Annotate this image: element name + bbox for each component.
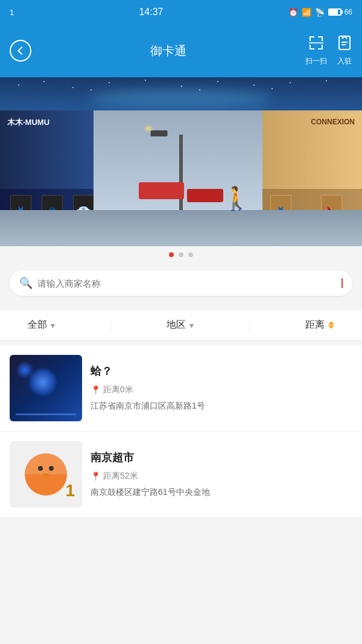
filter-distance-label: 距离 [305, 319, 325, 331]
merchant-distance-1: 📍 距离0米 [91, 384, 352, 395]
nav-actions: 扫一扫 入驻 [305, 35, 352, 66]
notification-number: 1 [10, 8, 14, 17]
scan-button[interactable]: 扫一扫 [305, 35, 327, 66]
search-icon: 🔍 [19, 276, 33, 290]
dot-3[interactable] [188, 252, 193, 257]
bench-2 [187, 189, 223, 202]
bench-1 [139, 182, 184, 199]
merchant-address-2: 南京鼓楼区建宁路61号中央金地 [91, 486, 352, 499]
merchant-name-2: 南京超市 [91, 450, 352, 465]
filter-divider-1 [110, 319, 111, 331]
status-time: 14:37 [14, 7, 288, 18]
filter-all-label: 全部 [28, 319, 47, 331]
merchant-info-1: 蛤？ 📍 距离0米 江苏省南京市浦口区高新路1号 [91, 364, 352, 412]
merchant-badge-2: 1 [65, 481, 75, 500]
status-notification: 1 [10, 8, 14, 17]
filter-distance-sort-icon [328, 321, 334, 329]
merchant-item-1[interactable]: 蛤？ 📍 距离0米 江苏省南京市浦口区高新路1号 [0, 345, 362, 432]
lamp-arm [151, 130, 168, 136]
svg-rect-3 [322, 36, 323, 41]
checkin-button[interactable]: 入驻 [337, 35, 352, 66]
filter-all-arrow: ▾ [51, 320, 55, 330]
filter-row: 全部 ▾ 地区 ▾ 距离 [0, 310, 362, 340]
merchant-distance-text-2: 距离52米 [103, 471, 138, 482]
merchant-distance-text-1: 距离0米 [103, 384, 133, 395]
lamp-post [179, 135, 183, 213]
status-icons: ⏰ 📶 📡 66 [288, 8, 352, 17]
filter-divider-2 [249, 319, 250, 331]
banner: 木木·MUMU 👗 🧥 👔 CONNEXION 👗 👠 🚶 [0, 77, 362, 246]
checkin-icon [337, 35, 352, 54]
scan-icon [308, 35, 324, 54]
search-bar[interactable]: 🔍 [10, 270, 352, 296]
svg-rect-1 [310, 36, 311, 41]
search-cursor [341, 278, 343, 288]
merchant-item-2[interactable]: 1 南京超市 📍 距离52米 南京鼓楼区建宁路61号中央金地 [0, 432, 362, 518]
merchant-info-2: 南京超市 📍 距离52米 南京鼓楼区建宁路61号中央金地 [91, 450, 352, 499]
back-arrow-icon [17, 46, 26, 55]
floor [0, 210, 362, 246]
nav-bar: 御卡通 扫一扫 [0, 24, 362, 77]
filter-region-arrow: ▾ [189, 320, 194, 330]
svg-rect-11 [341, 44, 346, 45]
dot-1[interactable] [169, 252, 174, 257]
filter-all[interactable]: 全部 ▾ [28, 319, 55, 331]
merchant-name-1: 蛤？ [91, 364, 352, 378]
page-title: 御卡通 [31, 43, 305, 59]
svg-rect-8 [309, 42, 323, 43]
battery-percent: 66 [345, 8, 352, 16]
merchant-thumb-2: 1 [10, 441, 82, 508]
status-bar: 1 14:37 ⏰ 📶 📡 66 [0, 0, 362, 24]
svg-rect-10 [341, 42, 348, 43]
search-input[interactable] [37, 278, 336, 289]
merchant-address-1: 江苏省南京市浦口区高新路1号 [91, 400, 352, 412]
filter-distance[interactable]: 距离 [305, 319, 334, 331]
svg-rect-5 [310, 48, 314, 49]
location-icon-2: 📍 [91, 471, 101, 481]
alarm-icon: ⏰ [288, 8, 298, 17]
battery-icon: 66 [328, 8, 352, 16]
banner-dots [0, 246, 362, 263]
merchant-thumb-1 [10, 355, 82, 421]
scan-label: 扫一扫 [305, 56, 327, 66]
dot-2[interactable] [179, 252, 183, 257]
filter-region[interactable]: 地区 ▾ [167, 319, 194, 331]
location-icon-1: 📍 [91, 385, 101, 395]
search-section: 🔍 [0, 263, 362, 305]
lamp-light [145, 127, 152, 130]
merchant-list: 蛤？ 📍 距离0米 江苏省南京市浦口区高新路1号 [0, 345, 362, 518]
person-silhouette: 🚶 [222, 187, 250, 210]
checkin-label: 入驻 [337, 56, 352, 66]
svg-rect-7 [318, 48, 323, 49]
signal-icon: 📡 [315, 8, 325, 17]
merchant-distance-2: 📍 距离52米 [91, 471, 352, 482]
back-button[interactable] [10, 40, 31, 62]
wifi-icon: 📶 [302, 8, 311, 17]
filter-region-label: 地区 [167, 319, 186, 331]
